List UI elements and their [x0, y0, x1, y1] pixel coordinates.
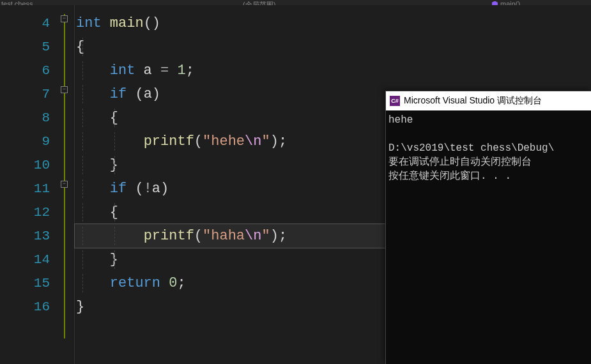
keyword-int: int [76, 15, 102, 31]
keyword-if: if [110, 86, 127, 102]
lparen: ( [194, 133, 203, 149]
line-number: 7 [0, 82, 63, 106]
semicolon: ; [177, 275, 185, 291]
parens: () [144, 15, 160, 31]
line-number: 10 [0, 153, 63, 177]
vs-icon: C# [390, 96, 400, 106]
file-tab[interactable]: test chess [0, 0, 230, 5]
console-line: 要在调试停止时自动关闭控制台 [388, 156, 532, 168]
function-printf: printf [144, 133, 194, 149]
function-printf: printf [144, 228, 194, 244]
lparen: ( [135, 86, 143, 102]
line-number-gutter: 4 5 6 7 8 9 10 11 12 13 14 15 16 [0, 5, 63, 364]
code-line[interactable]: { [75, 35, 591, 59]
keyword-if: if [110, 181, 127, 197]
line-number: 4 [0, 11, 63, 35]
string-literal: " [261, 133, 270, 149]
console-line: D:\vs2019\test chess\Debug\ [388, 142, 554, 154]
lparen: ( [135, 181, 143, 197]
brace-close: } [76, 299, 84, 315]
line-number: 6 [0, 59, 63, 82]
semicolon: ; [186, 63, 194, 79]
string-literal: "hehe [203, 133, 245, 149]
console-line: hehe [388, 114, 413, 126]
console-line: 按任意键关闭此窗口. . . [388, 171, 511, 182]
line-number: 13 [0, 224, 63, 248]
line-number: 8 [0, 106, 63, 130]
keyword-return: return [110, 275, 160, 291]
string-literal: " [261, 228, 270, 244]
semicolon: ; [279, 228, 287, 244]
function-dropdown[interactable]: main() [479, 0, 591, 5]
escape-seq: \n [245, 133, 261, 149]
operator-eq: = [160, 63, 169, 79]
line-number: 16 [0, 295, 63, 319]
brace-open: { [76, 39, 84, 55]
fold-toggle[interactable]: − [61, 181, 68, 188]
console-output[interactable]: hehe D:\vs2019\test chess\Debug\ 要在调试停止时… [386, 110, 591, 186]
semicolon: ; [279, 133, 287, 149]
fold-guide [64, 14, 65, 338]
rparen: ) [152, 86, 160, 102]
fold-toggle[interactable]: − [61, 15, 68, 22]
fold-toggle[interactable]: − [61, 86, 68, 93]
string-literal: "haha [203, 228, 245, 244]
top-bar: test chess (全局范围) main() [0, 0, 591, 5]
line-number: 11 [0, 177, 63, 201]
lparen: ( [194, 228, 203, 244]
line-number: 15 [0, 271, 63, 295]
console-titlebar[interactable]: C# Microsoft Visual Studio 调试控制台 [386, 91, 591, 110]
rparen: ) [160, 181, 169, 197]
debug-console-window[interactable]: C# Microsoft Visual Studio 调试控制台 hehe D:… [385, 91, 591, 364]
variable: a [152, 181, 160, 197]
number-literal: 1 [169, 63, 185, 79]
function-main: main [110, 15, 144, 31]
fold-column: − − − [63, 5, 74, 364]
keyword-int: int [110, 63, 135, 79]
line-number: 14 [0, 248, 63, 271]
number-literal: 0 [160, 275, 177, 291]
console-title-text: Microsoft Visual Studio 调试控制台 [404, 95, 542, 107]
operator-not: ! [144, 181, 152, 197]
rparen: ) [270, 133, 279, 149]
line-number: 12 [0, 201, 63, 224]
variable: a [135, 63, 160, 79]
code-line[interactable]: int a = 1; [75, 59, 591, 82]
line-number: 5 [0, 35, 63, 59]
scope-label: (全局范围) [243, 1, 275, 5]
line-number: 9 [0, 130, 63, 153]
scope-dropdown[interactable]: (全局范围) [230, 0, 479, 5]
function-label: main() [500, 0, 520, 5]
tab-label: test chess [1, 0, 33, 5]
rparen: ) [270, 228, 279, 244]
code-line[interactable]: int main() [75, 11, 591, 35]
variable: a [144, 86, 152, 102]
escape-seq: \n [245, 228, 261, 244]
